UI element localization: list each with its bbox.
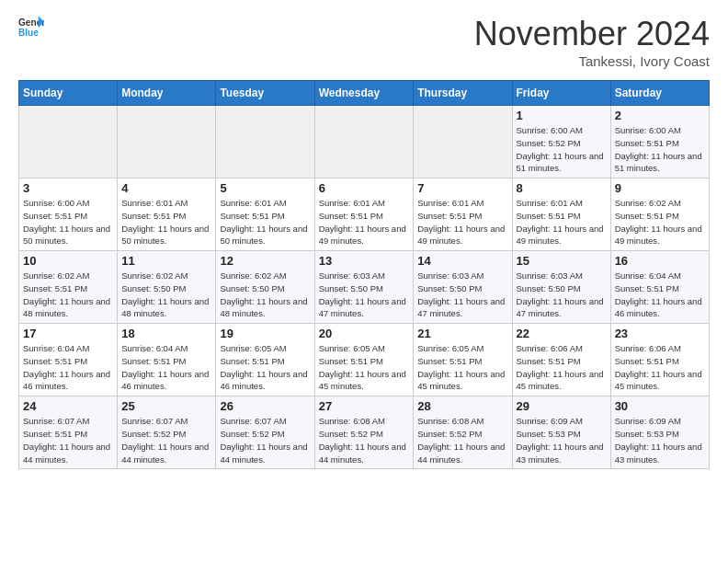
day-number: 22 bbox=[517, 327, 607, 340]
day-number: 25 bbox=[121, 399, 211, 413]
day-cell bbox=[414, 106, 512, 178]
day-info: Sunrise: 6:02 AM Sunset: 5:50 PM Dayligh… bbox=[121, 270, 211, 320]
day-number: 21 bbox=[417, 327, 507, 340]
day-cell: 16Sunrise: 6:04 AM Sunset: 5:51 PM Dayli… bbox=[610, 251, 709, 324]
day-cell: 25Sunrise: 6:07 AM Sunset: 5:52 PM Dayli… bbox=[118, 396, 216, 469]
week-row-4: 17Sunrise: 6:04 AM Sunset: 5:51 PM Dayli… bbox=[19, 324, 710, 396]
day-number: 1 bbox=[517, 109, 607, 122]
day-cell: 17Sunrise: 6:04 AM Sunset: 5:51 PM Dayli… bbox=[19, 324, 118, 396]
day-cell bbox=[216, 106, 314, 178]
day-cell: 4Sunrise: 6:01 AM Sunset: 5:51 PM Daylig… bbox=[118, 178, 216, 251]
day-info: Sunrise: 6:07 AM Sunset: 5:52 PM Dayligh… bbox=[121, 415, 211, 465]
week-row-2: 3Sunrise: 6:00 AM Sunset: 5:51 PM Daylig… bbox=[19, 178, 710, 251]
weekday-header-friday: Friday bbox=[512, 81, 610, 106]
day-info: Sunrise: 6:09 AM Sunset: 5:53 PM Dayligh… bbox=[615, 415, 705, 465]
day-cell: 2Sunrise: 6:00 AM Sunset: 5:51 PM Daylig… bbox=[610, 106, 709, 178]
location: Tankessi, Ivory Coast bbox=[474, 53, 710, 69]
day-info: Sunrise: 6:09 AM Sunset: 5:53 PM Dayligh… bbox=[517, 415, 607, 465]
day-number: 16 bbox=[615, 254, 705, 268]
day-number: 26 bbox=[220, 399, 310, 413]
day-cell: 27Sunrise: 6:08 AM Sunset: 5:52 PM Dayli… bbox=[314, 396, 414, 469]
day-info: Sunrise: 6:07 AM Sunset: 5:51 PM Dayligh… bbox=[23, 415, 113, 465]
day-number: 20 bbox=[319, 327, 410, 340]
svg-text:Blue: Blue bbox=[18, 28, 39, 38]
day-info: Sunrise: 6:01 AM Sunset: 5:51 PM Dayligh… bbox=[517, 197, 607, 247]
day-cell: 3Sunrise: 6:00 AM Sunset: 5:51 PM Daylig… bbox=[19, 178, 118, 251]
month-title: November 2024 bbox=[474, 15, 710, 53]
day-cell bbox=[118, 106, 216, 178]
day-cell: 5Sunrise: 6:01 AM Sunset: 5:51 PM Daylig… bbox=[216, 178, 314, 251]
day-number: 7 bbox=[417, 181, 507, 195]
day-number: 18 bbox=[121, 327, 211, 340]
day-cell bbox=[314, 106, 414, 178]
week-row-3: 10Sunrise: 6:02 AM Sunset: 5:51 PM Dayli… bbox=[19, 251, 710, 324]
logo: General Blue bbox=[18, 15, 44, 40]
calendar-table: SundayMondayTuesdayWednesdayThursdayFrid… bbox=[18, 80, 710, 469]
day-cell: 9Sunrise: 6:02 AM Sunset: 5:51 PM Daylig… bbox=[610, 178, 709, 251]
day-number: 14 bbox=[417, 254, 507, 268]
day-cell: 21Sunrise: 6:05 AM Sunset: 5:51 PM Dayli… bbox=[414, 324, 512, 396]
day-cell: 22Sunrise: 6:06 AM Sunset: 5:51 PM Dayli… bbox=[512, 324, 610, 396]
day-cell: 23Sunrise: 6:06 AM Sunset: 5:51 PM Dayli… bbox=[610, 324, 709, 396]
weekday-header-sunday: Sunday bbox=[19, 81, 118, 106]
day-info: Sunrise: 6:01 AM Sunset: 5:51 PM Dayligh… bbox=[121, 197, 211, 247]
day-cell: 24Sunrise: 6:07 AM Sunset: 5:51 PM Dayli… bbox=[19, 396, 118, 469]
day-number: 2 bbox=[615, 109, 705, 122]
day-info: Sunrise: 6:07 AM Sunset: 5:52 PM Dayligh… bbox=[220, 415, 310, 465]
day-cell: 26Sunrise: 6:07 AM Sunset: 5:52 PM Dayli… bbox=[216, 396, 314, 469]
day-number: 9 bbox=[615, 181, 705, 195]
header: General Blue November 2024 Tankessi, Ivo… bbox=[18, 15, 710, 69]
day-info: Sunrise: 6:00 AM Sunset: 5:52 PM Dayligh… bbox=[517, 124, 607, 175]
day-number: 8 bbox=[517, 181, 607, 195]
day-info: Sunrise: 6:01 AM Sunset: 5:51 PM Dayligh… bbox=[220, 197, 310, 247]
day-info: Sunrise: 6:02 AM Sunset: 5:51 PM Dayligh… bbox=[23, 270, 113, 320]
day-info: Sunrise: 6:02 AM Sunset: 5:51 PM Dayligh… bbox=[615, 197, 705, 247]
day-cell: 13Sunrise: 6:03 AM Sunset: 5:50 PM Dayli… bbox=[314, 251, 414, 324]
day-number: 27 bbox=[319, 399, 410, 413]
day-number: 23 bbox=[615, 327, 705, 340]
day-cell: 6Sunrise: 6:01 AM Sunset: 5:51 PM Daylig… bbox=[314, 178, 414, 251]
day-info: Sunrise: 6:05 AM Sunset: 5:51 PM Dayligh… bbox=[220, 342, 310, 393]
day-cell bbox=[19, 106, 118, 178]
title-block: November 2024 Tankessi, Ivory Coast bbox=[474, 15, 710, 69]
day-info: Sunrise: 6:08 AM Sunset: 5:52 PM Dayligh… bbox=[417, 415, 507, 465]
day-info: Sunrise: 6:02 AM Sunset: 5:50 PM Dayligh… bbox=[220, 270, 310, 320]
day-cell: 15Sunrise: 6:03 AM Sunset: 5:50 PM Dayli… bbox=[512, 251, 610, 324]
day-info: Sunrise: 6:03 AM Sunset: 5:50 PM Dayligh… bbox=[319, 270, 410, 320]
day-info: Sunrise: 6:03 AM Sunset: 5:50 PM Dayligh… bbox=[517, 270, 607, 320]
day-info: Sunrise: 6:01 AM Sunset: 5:51 PM Dayligh… bbox=[417, 197, 507, 247]
day-info: Sunrise: 6:01 AM Sunset: 5:51 PM Dayligh… bbox=[319, 197, 410, 247]
day-cell: 10Sunrise: 6:02 AM Sunset: 5:51 PM Dayli… bbox=[19, 251, 118, 324]
weekday-header-thursday: Thursday bbox=[414, 81, 512, 106]
day-number: 29 bbox=[517, 399, 607, 413]
day-info: Sunrise: 6:06 AM Sunset: 5:51 PM Dayligh… bbox=[517, 342, 607, 393]
day-cell: 30Sunrise: 6:09 AM Sunset: 5:53 PM Dayli… bbox=[610, 396, 709, 469]
day-cell: 14Sunrise: 6:03 AM Sunset: 5:50 PM Dayli… bbox=[414, 251, 512, 324]
day-info: Sunrise: 6:03 AM Sunset: 5:50 PM Dayligh… bbox=[417, 270, 507, 320]
day-cell: 7Sunrise: 6:01 AM Sunset: 5:51 PM Daylig… bbox=[414, 178, 512, 251]
day-info: Sunrise: 6:05 AM Sunset: 5:51 PM Dayligh… bbox=[319, 342, 410, 393]
day-info: Sunrise: 6:04 AM Sunset: 5:51 PM Dayligh… bbox=[23, 342, 113, 393]
logo-icon: General Blue bbox=[18, 15, 44, 40]
day-info: Sunrise: 6:04 AM Sunset: 5:51 PM Dayligh… bbox=[615, 270, 705, 320]
weekday-header-saturday: Saturday bbox=[610, 81, 709, 106]
day-number: 12 bbox=[220, 254, 310, 268]
day-number: 24 bbox=[23, 399, 113, 413]
weekday-header-row: SundayMondayTuesdayWednesdayThursdayFrid… bbox=[19, 81, 710, 106]
day-cell: 1Sunrise: 6:00 AM Sunset: 5:52 PM Daylig… bbox=[512, 106, 610, 178]
weekday-header-wednesday: Wednesday bbox=[314, 81, 414, 106]
day-info: Sunrise: 6:05 AM Sunset: 5:51 PM Dayligh… bbox=[417, 342, 507, 393]
day-number: 4 bbox=[121, 181, 211, 195]
day-cell: 29Sunrise: 6:09 AM Sunset: 5:53 PM Dayli… bbox=[512, 396, 610, 469]
day-cell: 8Sunrise: 6:01 AM Sunset: 5:51 PM Daylig… bbox=[512, 178, 610, 251]
day-number: 28 bbox=[417, 399, 507, 413]
day-cell: 28Sunrise: 6:08 AM Sunset: 5:52 PM Dayli… bbox=[414, 396, 512, 469]
day-number: 6 bbox=[319, 181, 410, 195]
day-cell: 20Sunrise: 6:05 AM Sunset: 5:51 PM Dayli… bbox=[314, 324, 414, 396]
day-number: 10 bbox=[23, 254, 113, 268]
day-info: Sunrise: 6:00 AM Sunset: 5:51 PM Dayligh… bbox=[615, 124, 705, 175]
day-cell: 12Sunrise: 6:02 AM Sunset: 5:50 PM Dayli… bbox=[216, 251, 314, 324]
day-number: 11 bbox=[121, 254, 211, 268]
day-number: 3 bbox=[23, 181, 113, 195]
day-number: 13 bbox=[319, 254, 410, 268]
